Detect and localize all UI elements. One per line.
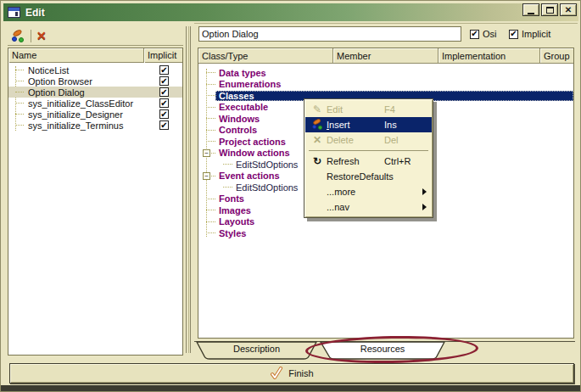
implicit-checkbox-right[interactable]: ✔ [509, 30, 518, 39]
list-item-sys-initialize-designer[interactable]: sys_initialize_Designer✔ [8, 109, 182, 120]
panel-splitter[interactable] [186, 26, 191, 353]
tab-resources-label: Resources [320, 341, 445, 354]
implicit-checkbox[interactable]: ✔ [159, 76, 169, 86]
window-bottom-frame [1, 385, 581, 391]
osi-checkbox[interactable]: ✔ [470, 30, 479, 39]
left-toolbar: ✕ [8, 26, 183, 46]
list-item-option-browser[interactable]: Option Browser✔ [8, 76, 182, 87]
list-item-noticelist[interactable]: NoticeList✔ [8, 64, 182, 76]
close-icon: ✕ [565, 6, 572, 14]
tab-bar: Description Resources [194, 341, 575, 361]
implicit-checkbox[interactable]: ✔ [159, 65, 169, 75]
menu-separator [309, 150, 428, 151]
edit-icon: ✎ [308, 104, 327, 115]
menu-item-refresh[interactable]: ↻ Refresh Ctrl+R [305, 154, 432, 169]
maximize-icon [546, 7, 554, 14]
tree-item-data-types[interactable]: Data types [198, 67, 573, 79]
maximize-button[interactable] [541, 3, 558, 16]
list-item-option-dialog[interactable]: Option Dialog✔ [8, 87, 182, 98]
insert-item-button[interactable] [11, 29, 25, 43]
column-header-implicit[interactable]: Implicit [144, 48, 182, 63]
collapse-expander-icon[interactable]: − [203, 172, 210, 180]
tab-description-label: Description [196, 341, 317, 354]
column-header-class-type[interactable]: Class/Type [198, 48, 333, 63]
right-panel-top: ✔ Osi ✔ Implicit [194, 23, 578, 45]
collapse-expander-icon[interactable]: − [203, 149, 210, 157]
list-item-sys-initialize-classeditor[interactable]: sys_initialize_ClassEditor✔ [8, 98, 182, 109]
close-button[interactable]: ✕ [560, 3, 577, 16]
minimize-button[interactable] [522, 3, 539, 16]
column-header-implementation[interactable]: Implementation [439, 48, 540, 63]
list-item-sys-initialize-terminus[interactable]: sys_initialize_Terminus✔ [8, 120, 182, 131]
menu-item-edit[interactable]: ✎ Edit F4 [305, 102, 432, 117]
column-header-group[interactable]: Group [540, 48, 573, 63]
resource-tree-header: Class/Type Member Implementation Group [198, 48, 573, 64]
column-header-member[interactable]: Member [333, 48, 439, 63]
menu-item-delete[interactable]: ✕ Delete Del [305, 132, 432, 148]
submenu-arrow-icon [422, 188, 427, 195]
menu-item-nav[interactable]: ...nav [305, 199, 432, 215]
implicit-checkbox-label: Implicit [522, 29, 550, 39]
menu-item-more[interactable]: ...more [305, 184, 432, 199]
delete-icon: ✕ [308, 135, 327, 145]
minimize-icon [528, 13, 534, 14]
edit-dialog-window: Edit ✕ ✕ Name Implicit NoticeList✔ Optio… [0, 0, 581, 392]
tree-item-styles[interactable]: Styles [198, 227, 573, 239]
context-menu: ✎ Edit F4 Insert Ins ✕ Delete Del ↻ Refr… [304, 98, 433, 218]
menu-item-restoredefaults[interactable]: RestoreDefaults [305, 169, 432, 184]
delete-item-button[interactable]: ✕ [36, 30, 47, 42]
implicit-checkbox[interactable]: ✔ [159, 98, 169, 108]
menu-item-insert[interactable]: Insert Ins [305, 117, 432, 132]
implicit-checkbox[interactable]: ✔ [159, 109, 169, 119]
option-list: Name Implicit NoticeList✔ Option Browser… [8, 48, 183, 356]
refresh-icon: ↻ [308, 156, 327, 166]
submenu-arrow-icon [422, 204, 427, 210]
window-title: Edit [25, 7, 45, 19]
osi-checkbox-label: Osi [483, 29, 497, 39]
option-list-header: Name Implicit [8, 48, 182, 63]
insert-icon [308, 117, 327, 133]
implicit-checkbox[interactable]: ✔ [159, 120, 169, 130]
tree-item-enumerations[interactable]: Enumerations [198, 79, 573, 91]
window-icon [8, 7, 20, 18]
name-input[interactable] [198, 26, 461, 42]
tab-description[interactable]: Description [196, 341, 317, 360]
column-header-name[interactable]: Name [8, 48, 144, 63]
toolbar-separator [31, 30, 31, 42]
finish-button-label: Finish [288, 368, 313, 378]
implicit-checkbox[interactable]: ✔ [159, 87, 169, 97]
finish-button[interactable]: Finish [9, 363, 574, 384]
title-bar[interactable]: Edit [3, 3, 578, 21]
tab-resources[interactable]: Resources [320, 341, 445, 360]
finish-check-icon [270, 367, 283, 380]
